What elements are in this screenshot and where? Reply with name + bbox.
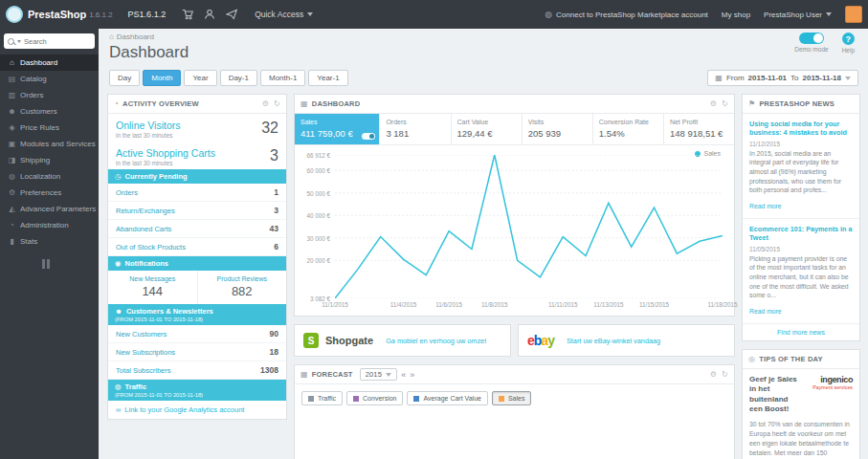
list-item[interactable]: Orders1 <box>108 184 286 202</box>
tips-headline: Geef je Sales in het buitenland een Boos… <box>749 375 801 415</box>
list-item[interactable]: Abandoned Carts43 <box>108 220 286 238</box>
list-item[interactable]: New Subscriptions18 <box>108 343 286 361</box>
refresh-icon[interactable]: ↻ <box>274 99 280 108</box>
sidebar-item-catalog[interactable]: ▤Catalog <box>0 71 99 87</box>
kpi-net-profit-label: Net Profit <box>670 119 728 125</box>
gear-icon[interactable]: ⚙ <box>262 99 269 108</box>
sidebar-item-stats[interactable]: ▮Stats <box>0 233 99 250</box>
gear-icon[interactable]: ⚙ <box>710 99 717 108</box>
tax-toggle[interactable] <box>362 133 375 140</box>
filter-day-1-button[interactable]: Day-1 <box>220 70 257 86</box>
sidebar-item-dashboard[interactable]: ⌂Dashboard <box>0 55 99 71</box>
sidebar-item-orders[interactable]: ▥Orders <box>0 87 99 103</box>
list-item[interactable]: New Customers90 <box>108 325 286 343</box>
list-item[interactable]: Total Subscribers1308 <box>108 361 286 380</box>
product-reviews-cell[interactable]: Product Reviews 882 <box>198 271 287 304</box>
news-headline-link[interactable]: Using social media for your business: 4 … <box>749 120 853 138</box>
forecast-year-value: 2015 <box>366 370 383 379</box>
kpi-conversion-rate[interactable]: Conversion Rate 1.54% <box>593 114 664 144</box>
refresh-icon[interactable]: ↻ <box>722 99 728 108</box>
shop-name-link[interactable]: PS1.6.1.2 <box>128 10 167 19</box>
kpi-visits[interactable]: Visits 205 939 <box>523 114 593 144</box>
customers-notifications-icon[interactable] <box>203 9 215 21</box>
kpi-net-profit[interactable]: Net Profit 148 918,51 € <box>664 114 734 144</box>
sidebar-search[interactable] <box>4 33 95 49</box>
sidebar-item-advanced-parameters[interactable]: ◭Advanced Parameters <box>0 201 99 217</box>
demo-mode-toggle[interactable] <box>799 33 824 44</box>
dashboard-panel-title: DASHBOARD <box>312 99 361 108</box>
out-of-stock-value: 6 <box>274 242 278 251</box>
user-avatar[interactable] <box>845 6 862 23</box>
main-content: ⌂ Dashboard Dashboard Demo mode ? Help D… <box>99 29 868 459</box>
sidebar-item-customers[interactable]: ☻Customers <box>0 103 99 120</box>
search-input[interactable] <box>24 37 91 46</box>
kpi-orders[interactable]: Orders 3 181 <box>380 114 451 144</box>
kpi-cart-value[interactable]: Cart Value 129,44 € <box>452 114 523 144</box>
sidebar-item-shipping[interactable]: ◨Shipping <box>0 152 99 168</box>
forecast-avg-cart-toggle[interactable]: Average Cart Value <box>407 391 487 405</box>
sidebar-item-modules[interactable]: ▣Modules and Services <box>0 136 99 152</box>
page-title: Dashboard <box>109 43 858 62</box>
google-analytics-link[interactable]: ∞ Link to your Google Analytics account <box>108 401 286 419</box>
right-column: ⚑ PRESTASHOP NEWS Using social media for… <box>742 94 860 459</box>
tips-of-the-day-panel: ◎ TIPS OF THE DAY Geef je Sales in het b… <box>742 349 860 459</box>
chart-x-axis: 11/1/201511/4/201511/6/201511/8/201511/1… <box>335 301 723 312</box>
help-icon[interactable]: ? <box>842 33 855 45</box>
sidebar-collapse-button[interactable] <box>42 259 54 269</box>
refresh-icon[interactable]: ↻ <box>722 370 728 379</box>
tips-body: Geef je Sales in het buitenland een Boos… <box>743 369 859 459</box>
filter-month-1-button[interactable]: Month-1 <box>260 70 305 86</box>
date-range-picker[interactable]: ▦ From 2015-11-01 To 2015-11-18 <box>707 70 858 86</box>
ebay-cta-link[interactable]: Start uw eBay-winkel vandaag <box>567 337 660 345</box>
filter-year-1-button[interactable]: Year-1 <box>308 70 347 86</box>
sidebar-item-label: Orders <box>20 91 43 99</box>
forecast-sales-toggle[interactable]: Sales <box>492 391 532 405</box>
filter-year-button[interactable]: Year <box>184 70 216 86</box>
kpi-sales[interactable]: Sales 411 759,00 € <box>295 114 380 144</box>
filter-day-button[interactable]: Day <box>109 70 140 86</box>
breadcrumb[interactable]: ⌂ Dashboard <box>109 33 858 41</box>
prestashop-logo-icon[interactable] <box>6 6 23 23</box>
forecast-conversion-toggle[interactable]: Conversion <box>346 391 403 405</box>
activity-icon: ◔ <box>114 99 119 108</box>
notifications-header: ◉Notifications <box>108 256 286 271</box>
my-shop-link[interactable]: My shop <box>722 11 750 19</box>
sidebar-item-localization[interactable]: ◍Localization <box>0 168 99 185</box>
stats-icon: ▮ <box>7 237 17 246</box>
list-item[interactable]: Return/Exchanges3 <box>108 202 286 220</box>
sidebar-item-label: Localization <box>20 172 60 181</box>
forecast-traffic-toggle[interactable]: Traffic <box>301 391 343 405</box>
calendar-icon: ▦ <box>715 74 723 82</box>
administration-icon: ◔ <box>7 221 17 230</box>
orders-notifications-icon[interactable] <box>181 9 193 21</box>
quick-access-menu[interactable]: Quick Access <box>255 10 313 19</box>
traffic-color-icon <box>308 396 314 402</box>
forecast-year-select[interactable]: 2015 <box>360 368 398 381</box>
read-more-link[interactable]: Read more <box>749 308 782 315</box>
new-messages-cell[interactable]: New Messages 144 <box>108 271 198 304</box>
ebay-promo[interactable]: ebay Start uw eBay-winkel vandaag <box>518 324 735 357</box>
forecast-next-button[interactable]: » <box>410 370 414 380</box>
marketplace-account-link[interactable]: ◍ Connect to PrestaShop Marketplace acco… <box>545 10 708 19</box>
sidebar-item-administration[interactable]: ◔Administration <box>0 217 99 233</box>
messages-notifications-icon[interactable] <box>225 9 237 21</box>
news-headline-link[interactable]: Ecommerce 101: Payments in a Tweet <box>749 225 853 243</box>
activity-overview-header: ◔ ACTIVITY OVERVIEW ⚙ ↻ <box>108 95 286 114</box>
forecast-prev-button[interactable]: « <box>401 370 406 380</box>
gear-icon[interactable]: ⚙ <box>710 370 717 379</box>
sidebar-item-price-rules[interactable]: ◈Price Rules <box>0 120 99 136</box>
google-analytics-label: Link to your Google Analytics account <box>124 405 244 414</box>
customers-newsletters-header: ☻Customers & Newsletters (FROM 2015-11-0… <box>108 304 286 325</box>
shopgate-promo[interactable]: S Shopgate Ga mobiel en verhoog uw omzet <box>294 324 511 357</box>
notifications-grid: New Messages 144 Product Reviews 882 <box>108 271 286 304</box>
user-menu[interactable]: PrestaShop User <box>764 11 832 19</box>
chart-plot-area[interactable] <box>335 155 723 298</box>
sidebar-item-preferences[interactable]: ⚙Preferences <box>0 185 99 201</box>
read-more-link[interactable]: Read more <box>749 203 782 209</box>
shipping-icon: ◨ <box>7 156 17 164</box>
shopgate-cta-link[interactable]: Ga mobiel en verhoog uw omzet <box>386 337 486 345</box>
filter-month-button[interactable]: Month <box>143 70 181 86</box>
list-item[interactable]: Out of Stock Products6 <box>108 238 286 256</box>
pending-returns-value: 3 <box>274 206 278 215</box>
find-more-news-link[interactable]: Find more news <box>743 324 859 340</box>
